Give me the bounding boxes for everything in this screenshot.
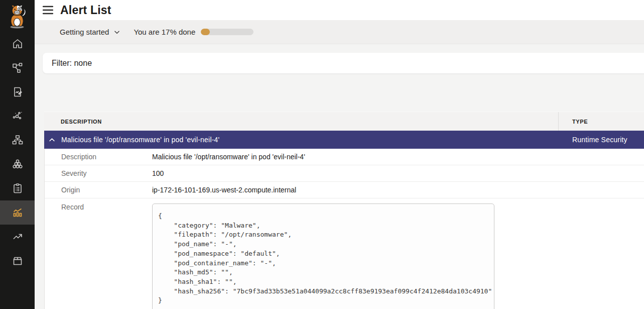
chevron-up-icon: [48, 136, 56, 144]
alert-row-expanded[interactable]: Malicious file '/opt/ransomware' in pod …: [44, 131, 644, 149]
column-header-type: TYPE: [559, 112, 644, 131]
sidebar-nav: [0, 32, 35, 273]
sidebar-item-topology[interactable]: [0, 56, 35, 80]
sidebar-item-checklist[interactable]: [0, 176, 35, 200]
table-header-row: DESCRIPTION TYPE: [44, 112, 644, 131]
detail-row-description: Description Malicious file '/opt/ransomw…: [45, 149, 644, 165]
sidebar-item-packages[interactable]: [0, 249, 35, 273]
sitemap-icon: [12, 134, 24, 146]
alert-description: Malicious file '/opt/ransomware' in pod …: [61, 136, 219, 144]
content-area: Filter: none DESCRIPTION TYPE Malicious …: [35, 44, 644, 309]
record-json-block: { "category": "Malware", "filepath": "/o…: [152, 203, 494, 309]
getting-started-label: Getting started: [60, 28, 109, 36]
collapse-row-button[interactable]: [48, 136, 56, 144]
alert-table: DESCRIPTION TYPE Malicious file '/opt/ra…: [44, 112, 644, 309]
report-icon: [12, 86, 24, 98]
detail-label: Severity: [45, 169, 152, 177]
page-title: Alert List: [60, 4, 111, 17]
progress-bar: [201, 29, 253, 35]
sidebar-item-home[interactable]: [0, 32, 35, 56]
package-icon: [12, 255, 24, 267]
column-header-description: DESCRIPTION: [44, 112, 559, 131]
sidebar-item-trends[interactable]: [0, 225, 35, 249]
detail-row-record: Record { "category": "Malware", "filepat…: [45, 198, 644, 309]
main-area: Alert List Getting started You are 17% d…: [35, 0, 644, 309]
molecule-icon: [12, 110, 24, 122]
hamburger-menu-icon[interactable]: [43, 6, 53, 15]
topology-icon: [12, 62, 24, 74]
getting-started-dropdown[interactable]: Getting started: [60, 28, 120, 36]
filter-bar[interactable]: Filter: none: [43, 53, 644, 73]
analytics-icon: [12, 207, 24, 219]
getting-started-bar: Getting started You are 17% done: [35, 20, 644, 44]
home-icon: [12, 38, 24, 50]
alert-details-panel: Description Malicious file '/opt/ransomw…: [44, 149, 644, 309]
detail-label: Origin: [45, 186, 152, 194]
sidebar-item-cluster[interactable]: [0, 152, 35, 176]
title-bar: Alert List: [35, 0, 644, 20]
detail-row-origin: Origin ip-172-16-101-169.us-west-2.compu…: [45, 182, 644, 198]
sidebar-item-alerts-active[interactable]: [0, 200, 35, 225]
sidebar: [0, 0, 35, 309]
checklist-icon: [12, 182, 24, 194]
filter-text: Filter: none: [52, 59, 92, 68]
alert-row-description-cell: Malicious file '/opt/ransomware' in pod …: [44, 136, 559, 144]
alert-type: Runtime Security: [559, 136, 644, 144]
record-json-content: { "category": "Malware", "filepath": "/o…: [158, 212, 488, 305]
detail-row-severity: Severity 100: [45, 165, 644, 182]
sidebar-item-sitemap[interactable]: [0, 128, 35, 152]
cat-mascot-logo[interactable]: [5, 3, 29, 31]
chevron-down-icon: [113, 29, 120, 36]
detail-label: Record: [45, 198, 152, 211]
sidebar-item-molecule[interactable]: [0, 104, 35, 128]
detail-value: Malicious file '/opt/ransomware' in pod …: [152, 153, 305, 161]
progress-text: You are 17% done: [134, 28, 195, 36]
progress-fill: [201, 29, 210, 35]
trend-icon: [12, 231, 24, 243]
detail-label: Description: [45, 153, 152, 161]
sidebar-item-report[interactable]: [0, 80, 35, 104]
detail-value: ip-172-16-101-169.us-west-2.compute.inte…: [152, 186, 296, 194]
cluster-icon: [12, 158, 24, 170]
detail-value: 100: [152, 169, 164, 177]
